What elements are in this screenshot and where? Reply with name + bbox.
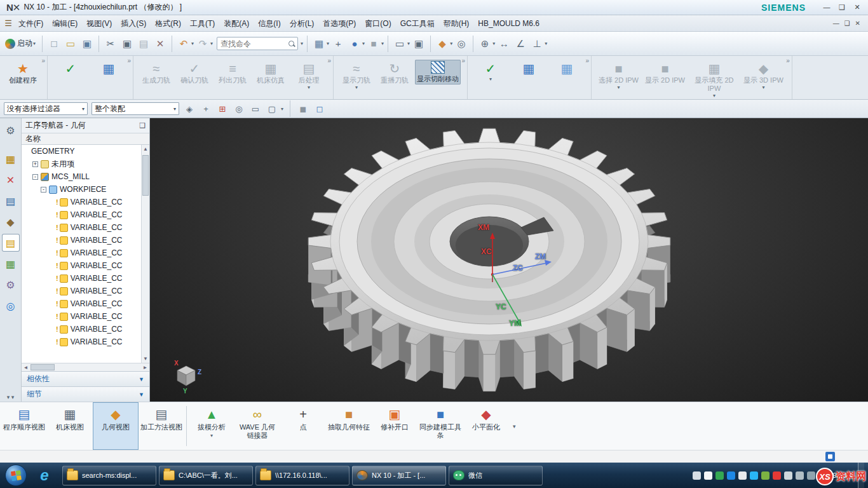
synchronous-modeling-button[interactable]: ■同步建模工具条 [417, 402, 463, 450]
dropdown-arrow-icon[interactable]: ▾ [210, 41, 213, 46]
reuse-library-button[interactable]: ◆ [3, 214, 19, 230]
scrollbar-thumb[interactable] [31, 364, 55, 370]
tool-crib-button[interactable]: ⚙ [3, 276, 19, 293]
machining-method-view-button[interactable]: ▤加工方法视图 [139, 402, 184, 450]
move-handles-icon[interactable]: + [200, 102, 212, 115]
paste-button[interactable]: ▤ [136, 36, 151, 51]
menu-item-4[interactable]: 插入(S) [116, 16, 151, 31]
tree-row-geometry-0[interactable]: GEOMETRY [22, 145, 141, 158]
tree-row-variablecc-8[interactable]: !VARIABLE_CC [22, 247, 141, 259]
menu-item-13[interactable]: 帮助(H) [439, 16, 474, 31]
machining-feature-navigator-button[interactable]: ▦ [3, 255, 19, 272]
replay-toolpath-button[interactable]: ↻重播刀轨 [377, 60, 412, 86]
operation-navigator-button[interactable]: ▤ [3, 234, 19, 251]
cut-button[interactable]: ✂ [103, 36, 118, 51]
menu-item-1[interactable]: 文件(F) [14, 16, 48, 31]
menu-item-10[interactable]: 首选项(P) [318, 16, 360, 31]
simulate-machine-button[interactable]: ▦机床仿真 [253, 60, 288, 86]
patch-opening-button[interactable]: ▣修补开口 [372, 402, 417, 450]
orient-view-button[interactable]: ◎ [454, 36, 469, 51]
measure-distance-button[interactable]: ↔ [496, 36, 512, 51]
wave-geometry-linker-button[interactable]: ∞WAVE 几何链接器 [234, 402, 280, 450]
dropdown-arrow-icon[interactable]: ▾ [327, 41, 329, 46]
dropdown-arrow-icon[interactable]: ▾ [407, 41, 410, 46]
tree-row-variablecc-11[interactable]: !VARIABLE_CC [22, 285, 141, 297]
horizontal-scrollbar[interactable]: ◄ ► [22, 363, 149, 371]
menu-item-6[interactable]: 工具(T) [186, 16, 219, 31]
tree-row-workpiece-3[interactable]: -WORKPIECE [22, 183, 141, 196]
extract-geometry-button[interactable]: ■抽取几何特征 [326, 402, 372, 450]
child-restore-button[interactable]: ❑ [844, 20, 850, 27]
generate-toolpath-button[interactable]: ≈生成刀轨 [139, 60, 174, 86]
select-center-icon[interactable]: ◎ [233, 102, 245, 115]
group-overflow-icon[interactable]: » [127, 57, 131, 64]
selection-filter-dropdown[interactable]: 没有选择过滤器 ▾ [4, 102, 88, 115]
scroll-left-icon[interactable]: ◄ [22, 363, 30, 372]
point-button[interactable]: +点 [280, 402, 326, 450]
edit-operation-check-button[interactable]: ✓ [53, 60, 88, 78]
selection-scope-dropdown[interactable]: 整个装配 ▾ [92, 102, 179, 115]
new-file-button[interactable]: □ [46, 36, 62, 51]
dropdown-arrow-icon[interactable]: ▾ [492, 41, 495, 46]
group-overflow-icon[interactable]: » [585, 57, 589, 64]
show-3d-ipw-button[interactable]: ◆显示 3D IPW▾ [742, 60, 785, 92]
menu-item-2[interactable]: 编辑(E) [48, 16, 82, 31]
qq-tray-icon[interactable] [727, 471, 735, 480]
part-navigator-button[interactable]: ▤ [3, 193, 19, 209]
dropdown-arrow-icon[interactable]: ▾ [381, 41, 384, 46]
dropdown-arrow-icon[interactable]: ▾ [301, 41, 303, 46]
start-menu-button[interactable]: 启动 ▾ [3, 36, 38, 51]
move-component-button[interactable]: ◆ [435, 36, 450, 51]
menu-item-11[interactable]: 窗口(O) [360, 16, 395, 31]
tree-expander-icon[interactable]: - [41, 187, 46, 193]
dropdown-arrow-icon[interactable]: ▾ [362, 41, 365, 46]
child-close-button[interactable]: ✕ [855, 20, 860, 27]
web-browser-button[interactable]: ◎ [3, 297, 19, 314]
internet-explorer-button[interactable]: e [31, 464, 58, 486]
tree-row-variablecc-9[interactable]: !VARIABLE_CC [22, 259, 141, 272]
postprocess-button[interactable]: ▤后处理▾ [291, 60, 327, 92]
menu-item-12[interactable]: GC工具箱 [396, 16, 439, 31]
search-input[interactable] [219, 39, 288, 49]
tree-row-variablecc-15[interactable]: !VARIABLE_CC [22, 336, 141, 348]
tree-expander-icon[interactable]: - [32, 174, 38, 180]
draft-analysis-button[interactable]: ▲拔模分析▾ [189, 402, 234, 450]
child-minimize-button[interactable]: — [833, 20, 839, 27]
shaded-cube-icon[interactable]: ◼ [297, 102, 309, 115]
navigator-column-header[interactable]: 名称 [22, 133, 149, 145]
dropdown-arrow-icon[interactable]: ▾ [450, 41, 452, 46]
tree-row-variablecc-13[interactable]: !VARIABLE_CC [22, 310, 141, 323]
lasso-select-icon[interactable]: ▭ [249, 102, 262, 115]
rectangle-select-icon[interactable]: ▢ [266, 102, 278, 115]
view-triad[interactable] [177, 366, 195, 386]
dropdown-arrow-icon[interactable]: ▾ [210, 433, 213, 438]
assembly-navigator-button[interactable]: ▦ [3, 151, 19, 167]
edit-operation-table-button[interactable]: ▦ [91, 60, 126, 78]
menu-item-8[interactable]: 信息(I) [254, 16, 285, 31]
highlight-related-icon[interactable]: ◈ [183, 102, 196, 115]
tree-row--1[interactable]: +未用项 [22, 158, 141, 170]
redo-button[interactable]: ↷ [195, 36, 210, 51]
open-file-button[interactable]: ▭ [63, 36, 78, 51]
dropdown-arrow-icon[interactable]: ▾ [489, 76, 492, 82]
dropdown-arrow-icon[interactable]: ▾ [281, 106, 283, 112]
undo-button[interactable]: ↶ [176, 36, 191, 51]
network-tray-icon[interactable] [796, 471, 804, 480]
background-color-button[interactable]: ■ [366, 36, 381, 51]
ime-tray-icon[interactable] [704, 471, 712, 480]
program-order-view-button[interactable]: ▤程序顺序视图 [1, 402, 47, 450]
tree-row-variablecc-14[interactable]: !VARIABLE_CC [22, 323, 141, 336]
new-window-button[interactable]: ▭ [392, 36, 407, 51]
menu-item-7[interactable]: 装配(A) [219, 16, 254, 31]
save-button[interactable]: ▣ [79, 36, 95, 51]
workpiece-layers-2-button[interactable]: ▦ [549, 60, 585, 78]
group-overflow-icon[interactable]: » [41, 57, 45, 64]
toolbar-overflow-icon[interactable]: ▾ [509, 423, 520, 430]
scrollbar-thumb[interactable] [142, 155, 149, 196]
scroll-up-icon[interactable]: ▲ [142, 145, 149, 153]
scroll-down-icon[interactable]: ▼ [142, 355, 149, 363]
minimize-button[interactable]: — [822, 3, 831, 11]
graphics-viewport[interactable]: XM XC ZM ZC YC YM X Z Y [150, 118, 868, 402]
tree-row-variablecc-7[interactable]: !VARIABLE_CC [22, 234, 141, 247]
close-button[interactable]: ✕ [853, 3, 862, 11]
